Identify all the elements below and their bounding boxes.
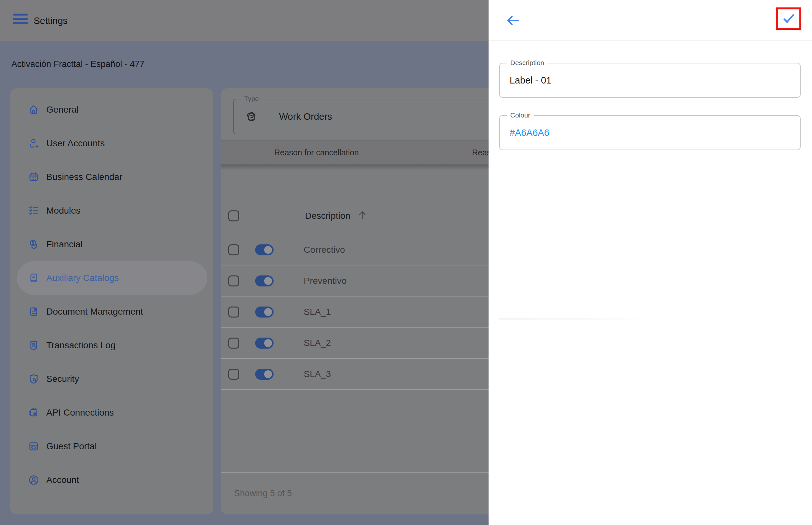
sidebar-item-label: Modules xyxy=(46,206,80,216)
sidebar-item-label: User Accounts xyxy=(46,138,105,149)
catalog-book-icon xyxy=(28,272,40,284)
sidebar-item-modules[interactable]: Modules xyxy=(17,194,207,227)
description-field-label: Description xyxy=(507,59,547,67)
enabled-toggle[interactable] xyxy=(255,244,274,255)
row-description: SLA_2 xyxy=(304,338,331,348)
sidebar-item-security[interactable]: Security xyxy=(17,362,207,396)
row-checkbox[interactable] xyxy=(228,369,239,380)
row-checkbox[interactable] xyxy=(228,306,239,317)
type-select-value: Work Orders xyxy=(279,111,332,122)
row-description: Preventivo xyxy=(304,276,346,286)
sidebar-item-label: Auxiliary Catalogs xyxy=(46,273,119,283)
calendar-icon xyxy=(28,171,40,183)
row-count: Showing 5 of 5 xyxy=(234,472,292,514)
row-checkbox[interactable] xyxy=(228,338,239,349)
screen: Settings Activación Fracttal - Español -… xyxy=(0,0,812,525)
sidebar-item-account[interactable]: Account xyxy=(17,463,207,497)
sidebar-item-label: API Connections xyxy=(46,407,114,418)
row-description: SLA_3 xyxy=(304,369,331,379)
confirm-check-icon[interactable] xyxy=(782,12,796,25)
drawer-topbar xyxy=(489,0,812,41)
transactions-badge-icon xyxy=(28,339,40,351)
chip-gear-icon xyxy=(28,407,40,419)
sidebar-item-auxiliary-catalogs[interactable]: Auxiliary Catalogs xyxy=(17,261,207,295)
app-title: Settings xyxy=(34,16,68,26)
sidebar-item-guest-portal[interactable]: Guest Portal xyxy=(17,430,207,463)
row-checkbox[interactable] xyxy=(228,244,239,255)
edit-label-drawer: Description Label - 01 Colour #A6A6A6 xyxy=(489,0,812,525)
colour-field-value: #A6A6A6 xyxy=(510,127,549,138)
sidebar-item-financial[interactable]: Financial xyxy=(17,227,207,261)
description-field[interactable]: Description Label - 01 xyxy=(499,63,801,98)
tags-icon xyxy=(243,109,259,124)
highlight-box xyxy=(776,7,801,30)
sidebar-item-label: Account xyxy=(46,475,79,485)
colour-field-label: Colour xyxy=(507,111,534,119)
row-description: Correctivo xyxy=(304,245,345,255)
sidebar-item-label: General xyxy=(46,105,79,115)
divider xyxy=(499,318,647,319)
colour-field[interactable]: Colour #A6A6A6 xyxy=(499,115,801,150)
tab-reason-for-cancellation[interactable]: Reason for cancellation xyxy=(274,140,359,164)
enabled-toggle[interactable] xyxy=(255,369,274,380)
sidebar-item-label: Security xyxy=(46,374,79,384)
tab-reason-partial[interactable]: Reas xyxy=(472,140,491,164)
document-clock-icon xyxy=(28,305,40,318)
company-title: Activación Fracttal - Español - 477 xyxy=(11,59,144,69)
select-all-checkbox[interactable] xyxy=(228,210,239,221)
enabled-toggle[interactable] xyxy=(255,306,274,317)
settings-sidebar: General User Accounts Business Calendar … xyxy=(10,88,213,514)
sidebar-item-api-connections[interactable]: API Connections xyxy=(17,396,207,430)
sort-ascending-icon[interactable] xyxy=(356,209,368,221)
column-header-description[interactable]: Description xyxy=(305,210,350,221)
portal-window-icon xyxy=(28,440,40,452)
sidebar-item-label: Guest Portal xyxy=(46,441,97,451)
sidebar-item-document-management[interactable]: Document Management xyxy=(17,295,207,329)
type-select-label: Type xyxy=(241,95,262,103)
sidebar-item-label: Transactions Log xyxy=(46,340,116,350)
description-field-value: Label - 01 xyxy=(510,75,551,86)
sidebar-item-label: Document Management xyxy=(46,306,143,317)
user-add-icon xyxy=(28,137,40,150)
menu-icon[interactable] xyxy=(13,14,28,24)
enabled-toggle[interactable] xyxy=(255,275,274,286)
sidebar-item-user-accounts[interactable]: User Accounts xyxy=(17,126,207,160)
sidebar-item-general[interactable]: General xyxy=(17,93,207,126)
sidebar-item-label: Financial xyxy=(46,239,83,250)
home-icon xyxy=(28,104,40,116)
money-circulation-icon xyxy=(28,238,40,251)
sidebar-item-transactions-log[interactable]: Transactions Log xyxy=(17,329,207,362)
shield-icon xyxy=(28,373,40,385)
row-checkbox[interactable] xyxy=(228,275,239,286)
checklist-icon xyxy=(28,205,40,217)
account-circle-icon xyxy=(28,474,40,486)
back-arrow-icon[interactable] xyxy=(505,13,520,28)
sidebar-item-business-calendar[interactable]: Business Calendar xyxy=(17,160,207,194)
sidebar-item-label: Business Calendar xyxy=(46,172,122,182)
enabled-toggle[interactable] xyxy=(255,338,274,349)
row-description: SLA_1 xyxy=(304,307,331,317)
